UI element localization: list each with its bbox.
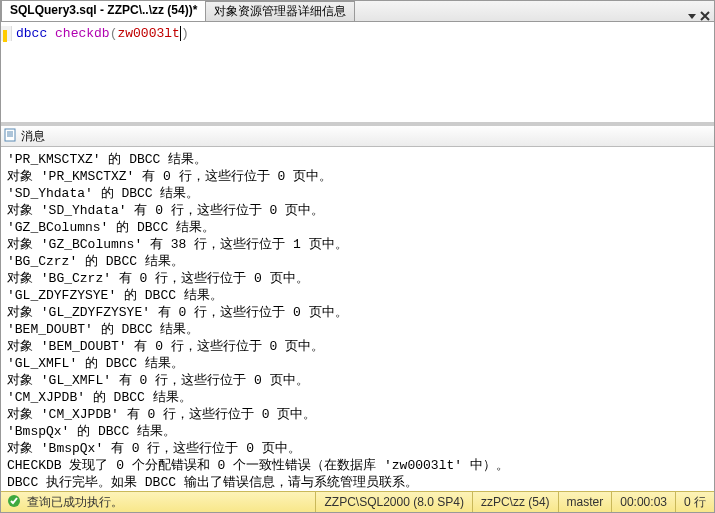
editor-line: dbcc checkdb(zw0003lt): [16, 26, 189, 41]
messages-tab[interactable]: 消息: [21, 128, 45, 145]
sql-editor[interactable]: dbcc checkdb(zw0003lt): [1, 22, 714, 45]
tab-sqlquery[interactable]: SQLQuery3.sql - ZZPC\..\zz (54))*: [1, 0, 206, 21]
status-right-cells: ZZPC\SQL2000 (8.0 SP4) zzPC\zz (54) mast…: [315, 492, 714, 512]
editor-gutter: [1, 26, 12, 41]
sql-argument: zw0003lt: [117, 26, 179, 41]
messages-output[interactable]: 'PR_KMSCTXZ' 的 DBCC 结果。 对象 'PR_KMSCTXZ' …: [1, 147, 714, 491]
app-root: SQLQuery3.sql - ZZPC\..\zz (54))* 对象资源管理…: [0, 0, 715, 513]
status-rowcount: 0 行: [675, 492, 714, 512]
status-message-cell: 查询已成功执行。: [1, 494, 315, 511]
close-tab-icon[interactable]: [700, 11, 710, 21]
document-tab-bar: SQLQuery3.sql - ZZPC\..\zz (54))* 对象资源管理…: [1, 1, 714, 22]
messages-tab-icon: [3, 128, 17, 145]
success-check-icon: [7, 494, 21, 511]
status-bar: 查询已成功执行。 ZZPC\SQL2000 (8.0 SP4) zzPC\zz …: [1, 491, 714, 512]
tab-controls: [688, 11, 714, 21]
status-login: zzPC\zz (54): [472, 492, 558, 512]
sql-editor-pane: dbcc checkdb(zw0003lt): [1, 22, 714, 124]
sql-keyword: dbcc: [16, 26, 47, 41]
sql-function: checkdb: [55, 26, 110, 41]
status-database: master: [558, 492, 612, 512]
status-message: 查询已成功执行。: [27, 494, 123, 511]
sql-paren: ): [181, 26, 189, 41]
tab-object-explorer-details[interactable]: 对象资源管理器详细信息: [205, 1, 355, 21]
results-tab-bar: 消息: [1, 126, 714, 147]
status-elapsed: 00:00:03: [611, 492, 675, 512]
status-server: ZZPC\SQL2000 (8.0 SP4): [315, 492, 471, 512]
svg-rect-0: [5, 129, 15, 141]
current-line-marker: [3, 30, 7, 42]
active-files-dropdown-icon[interactable]: [688, 12, 696, 20]
